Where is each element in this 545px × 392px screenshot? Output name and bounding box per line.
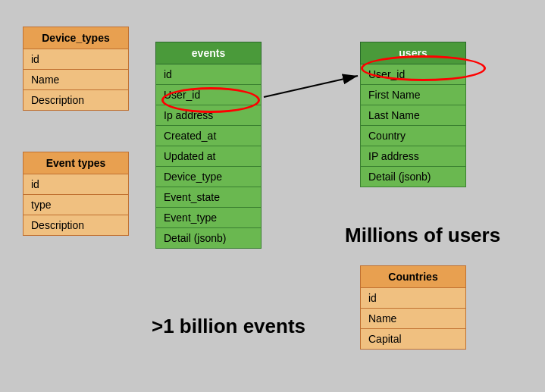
users-row: IP address — [361, 146, 466, 167]
users-row: User_id — [361, 64, 466, 85]
events-row: Updated at — [156, 146, 262, 167]
users-table: users User_id First Name Last Name Count… — [360, 42, 466, 187]
events-row: Detail (jsonb) — [156, 228, 262, 249]
device-types-row: Name — [23, 70, 129, 90]
countries-header: Countries — [361, 266, 466, 288]
countries-row: Name — [361, 309, 466, 329]
users-header: users — [361, 42, 466, 64]
svg-line-1 — [264, 76, 358, 97]
event-types-table: Event types id type Description — [23, 152, 129, 236]
device-types-row: id — [23, 49, 129, 70]
diagram-container: Device_types id Name Description Event t… — [0, 0, 545, 392]
events-row: Ip address — [156, 105, 262, 126]
events-row: User_id — [156, 85, 262, 105]
event-types-row: id — [23, 174, 129, 195]
events-row: Created_at — [156, 126, 262, 146]
users-row: Last Name — [361, 105, 466, 126]
events-row: Event_type — [156, 208, 262, 228]
device-types-header: Device_types — [23, 27, 129, 49]
users-row: Detail (jsonb) — [361, 167, 466, 187]
users-label: Millions of users — [345, 224, 500, 247]
countries-row: Capital — [361, 329, 466, 350]
events-row: Event_state — [156, 187, 262, 208]
countries-row: id — [361, 288, 466, 309]
users-row: Country — [361, 126, 466, 146]
events-table: events id User_id Ip address Created_at … — [155, 42, 262, 249]
event-types-header: Event types — [23, 152, 129, 174]
device-types-row: Description — [23, 90, 129, 111]
events-row: id — [156, 64, 262, 85]
events-header: events — [156, 42, 262, 64]
events-label: >1 billion events — [152, 315, 305, 338]
events-row: Device_type — [156, 167, 262, 187]
event-types-row: Description — [23, 215, 129, 236]
countries-table: Countries id Name Capital — [360, 265, 466, 350]
device-types-table: Device_types id Name Description — [23, 27, 129, 111]
event-types-row: type — [23, 195, 129, 215]
users-row: First Name — [361, 85, 466, 105]
